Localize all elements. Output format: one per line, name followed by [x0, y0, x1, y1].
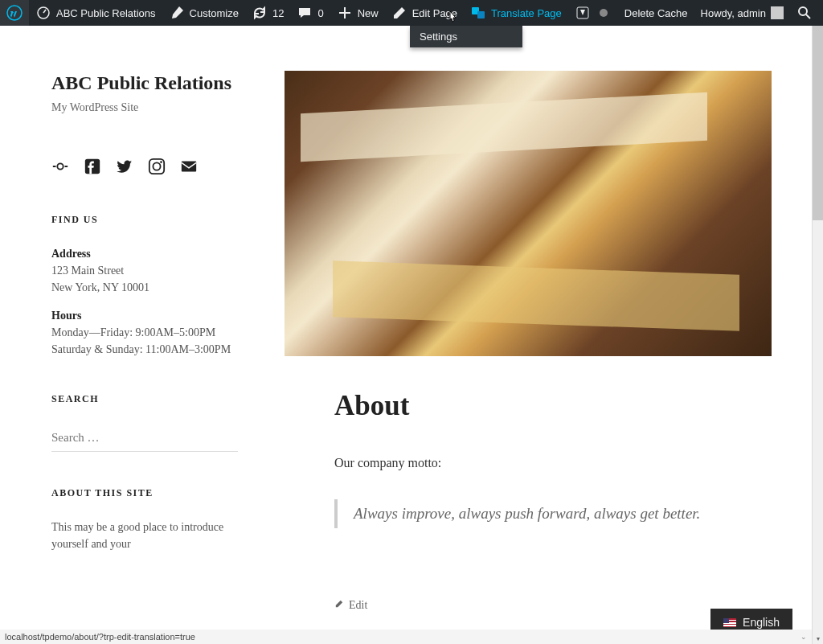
hours-line2: Saturday & Sunday: 11:00AM–3:00PM — [51, 343, 231, 355]
scroll-thumb[interactable] — [813, 11, 823, 220]
yoast-icon — [575, 5, 591, 21]
svg-point-6 — [799, 7, 807, 15]
site-name-link[interactable]: ABC Public Relations — [29, 0, 162, 26]
search-widget: SEARCH — [51, 393, 238, 452]
scrollbar[interactable]: ▴ ▾ — [812, 0, 823, 644]
sidebar: ABC Public Relations My WordPress Site F… — [51, 71, 238, 612]
address-line1: 123 Main Street — [51, 265, 124, 277]
social-icons — [51, 158, 238, 178]
howdy-label: Howdy, admin — [701, 7, 766, 19]
updates-count: 12 — [272, 7, 284, 19]
find-us-widget: FIND US Address 123 Main Street New York… — [51, 214, 238, 358]
email-icon[interactable] — [180, 158, 198, 178]
comment-icon — [297, 5, 313, 21]
instagram-icon[interactable] — [148, 158, 166, 178]
facebook-icon[interactable] — [84, 158, 101, 178]
edit-page-label: Edit Page — [412, 7, 457, 19]
dropdown-settings[interactable]: Settings — [410, 26, 522, 47]
wp-logo[interactable] — [0, 0, 29, 26]
blockquote: Always improve, always push forward, alw… — [334, 499, 722, 528]
my-account-link[interactable]: Howdy, admin — [694, 0, 790, 26]
svg-point-10 — [153, 162, 160, 170]
search-input[interactable] — [51, 425, 238, 452]
language-label: English — [743, 616, 780, 629]
address-label: Address — [51, 248, 91, 260]
plus-icon — [337, 5, 353, 21]
wp-admin-bar: ABC Public Relations Customize 12 0 New … — [0, 0, 823, 26]
customize-link[interactable]: Customize — [162, 0, 245, 26]
seo-status-icon — [596, 5, 612, 21]
pencil-icon — [391, 5, 407, 21]
article: About Our company motto: Always improve,… — [285, 356, 772, 612]
search-icon — [796, 5, 813, 21]
brush-icon — [169, 5, 185, 21]
yelp-icon[interactable] — [51, 158, 69, 178]
address-line2: New York, NY 10001 — [51, 281, 149, 293]
search-toggle[interactable] — [790, 0, 819, 26]
pencil-icon — [334, 599, 344, 612]
svg-point-11 — [160, 161, 162, 163]
customize-label: Customize — [190, 7, 239, 19]
about-site-widget: ABOUT THIS SITE This may be a good place… — [51, 487, 238, 552]
new-label: New — [358, 7, 379, 19]
comments-link[interactable]: 0 — [290, 0, 330, 26]
us-flag-icon — [723, 618, 736, 627]
translate-page-link[interactable]: Translate Page — [464, 0, 568, 26]
edit-link[interactable]: Edit — [334, 599, 722, 612]
new-link[interactable]: New — [330, 0, 385, 26]
hours-line1: Monday—Friday: 9:00AM–5:00PM — [51, 326, 215, 338]
translate-page-label: Translate Page — [491, 7, 562, 19]
edit-label: Edit — [349, 599, 367, 612]
yoast-link[interactable] — [568, 0, 618, 26]
search-heading: SEARCH — [51, 393, 238, 405]
wordpress-icon — [6, 5, 23, 21]
translate-dropdown: Settings — [410, 26, 522, 47]
about-site-heading: ABOUT THIS SITE — [51, 487, 238, 499]
chevron-down-icon: ⌄ — [800, 633, 807, 641]
browser-status-bar: localhost/tpdemo/about/?trp-edit-transla… — [0, 630, 812, 644]
featured-image — [285, 71, 772, 356]
delete-cache-label: Delete Cache — [624, 7, 688, 19]
scroll-down-button[interactable]: ▾ — [813, 633, 823, 644]
about-site-text: This may be a good place to introduce yo… — [51, 519, 238, 552]
dashboard-icon — [35, 5, 51, 21]
svg-rect-12 — [182, 162, 196, 172]
find-us-heading: FIND US — [51, 214, 238, 226]
delete-cache-link[interactable]: Delete Cache — [618, 0, 694, 26]
site-name-label: ABC Public Relations — [56, 7, 156, 19]
avatar — [771, 6, 784, 19]
svg-rect-3 — [477, 11, 485, 18]
hours-label: Hours — [51, 310, 81, 322]
main-content: About Our company motto: Always improve,… — [285, 71, 772, 612]
refresh-icon — [252, 5, 268, 21]
updates-link[interactable]: 12 — [245, 0, 290, 26]
site-title[interactable]: ABC Public Relations — [51, 71, 238, 95]
svg-point-7 — [57, 163, 63, 169]
comments-count: 0 — [317, 7, 323, 19]
page-title: About — [334, 390, 722, 422]
twitter-icon[interactable] — [116, 158, 133, 178]
status-url: localhost/tpdemo/about/?trp-edit-transla… — [5, 632, 195, 642]
svg-point-5 — [600, 9, 608, 17]
edit-page-link[interactable]: Edit Page — [385, 0, 464, 26]
svg-point-0 — [7, 6, 22, 20]
site-tagline: My WordPress Site — [51, 101, 238, 114]
intro-text: Our company motto: — [334, 456, 722, 470]
translate-icon — [470, 5, 486, 21]
